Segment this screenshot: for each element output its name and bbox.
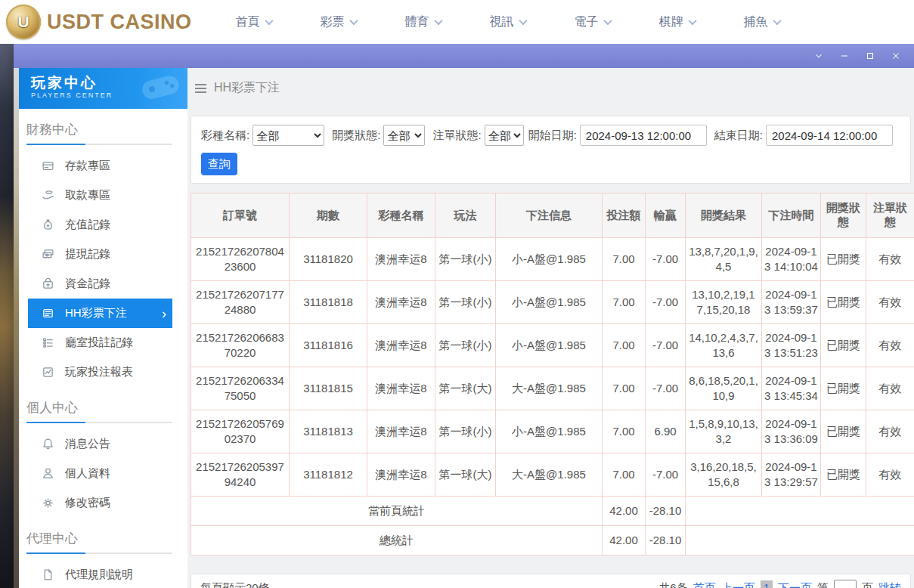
current-page-badge[interactable]: 1: [761, 580, 773, 588]
nav-item-label: 彩票: [321, 14, 345, 30]
nav-item[interactable]: 首頁: [236, 14, 272, 30]
table-cell: 澳洲幸运8: [367, 367, 435, 410]
search-button[interactable]: 查詢: [201, 153, 237, 175]
nav-item[interactable]: 棋牌: [659, 14, 696, 30]
window-collapse-button[interactable]: [813, 50, 825, 62]
bell-icon: [42, 438, 54, 450]
sidebar-header: 玩家中心 PLAYERS CENTER: [19, 68, 187, 109]
sidebar-item-label: 代理規則說明: [65, 568, 133, 582]
table-cell: -7.00: [646, 238, 686, 281]
table-cell: -7.00: [646, 281, 686, 324]
filter-panel: 彩種名稱: 全部 開獎狀態: 全部 注單狀態: 全部 開始日期: 結束日期:: [191, 116, 911, 184]
sidebar-item-label: 取款專區: [65, 188, 110, 203]
table-cell: 2152172620633475050: [191, 367, 290, 410]
table-cell: 有效: [866, 410, 914, 453]
summary-cell: 42.00: [603, 497, 646, 526]
table-cell: 31181818: [290, 281, 367, 324]
page-title: HH彩票下注: [214, 80, 280, 96]
order-status-label: 注單狀態:: [432, 128, 481, 143]
table-cell: 13,10,2,19,17,15,20,18: [686, 281, 762, 324]
nav-item[interactable]: 體育: [405, 14, 442, 30]
table-cell: 小-A盤@1.985: [496, 238, 603, 281]
sidebar-item-user[interactable]: 個人資料: [28, 459, 172, 488]
column-header: 期數: [290, 193, 367, 238]
start-date-input[interactable]: [580, 125, 707, 146]
sidebar-item-document[interactable]: 代理規則說明: [28, 560, 172, 588]
sidebar-item-gear[interactable]: 修改密碼: [28, 488, 172, 518]
report-chart-icon: [42, 366, 54, 379]
column-header: 注單狀態: [866, 193, 914, 238]
table-cell: 有效: [866, 367, 914, 410]
window-close-button[interactable]: [890, 50, 902, 62]
window-minimize-button[interactable]: [838, 50, 850, 62]
end-date-label: 結束日期:: [714, 128, 763, 143]
table-row: 215217262057690237031181813澳洲幸运8第一球(小)小-…: [191, 410, 914, 453]
nav-item[interactable]: 電子: [575, 14, 611, 30]
table-cell: 小-A盤@1.985: [496, 410, 603, 453]
nav-item-label: 首頁: [236, 14, 260, 30]
sidebar-item-bell[interactable]: 消息公告: [28, 429, 172, 459]
chevron-down-icon: [688, 17, 696, 25]
table-cell: 31181812: [290, 453, 367, 497]
page-jump-input[interactable]: [834, 580, 857, 588]
sidebar-item-label: 廳室投註記錄: [65, 336, 133, 350]
site-top-nav: U USDT CASINO 首頁彩票體育視訊電子棋牌捕魚: [0, 0, 914, 44]
sidebar-item-lottery-card[interactable]: HH彩票下注›: [28, 299, 172, 328]
jump-link[interactable]: 跳转: [878, 581, 901, 588]
sidebar-item-funds[interactable]: 資金記錄: [28, 269, 172, 299]
nav-item-label: 捕魚: [744, 14, 768, 30]
window-maximize-button[interactable]: [864, 50, 876, 62]
gamepad-decoration-icon: [136, 68, 184, 106]
brand[interactable]: U USDT CASINO: [0, 5, 192, 39]
table-cell: 已開獎: [821, 453, 866, 497]
table-cell: 有效: [866, 281, 914, 324]
lottery-name-select[interactable]: 全部: [253, 125, 324, 146]
table-cell: 第一球(小): [435, 238, 496, 281]
minimize-icon: [839, 51, 850, 61]
sidebar-item-banknotes[interactable]: 提現記錄: [28, 240, 172, 269]
chevron-down-icon: [603, 17, 612, 25]
close-icon: [891, 51, 901, 61]
table-cell: 澳洲幸运8: [367, 453, 435, 497]
column-header: 開獎狀態: [821, 193, 866, 238]
sidebar-item-report-chart[interactable]: 玩家投注報表: [28, 357, 172, 387]
sidebar: 玩家中心 PLAYERS CENTER 財務中心存款專區取款專區充值記錄提現記錄…: [19, 68, 187, 588]
hamburger-icon[interactable]: [195, 84, 206, 93]
sidebar-item-withdraw-hand[interactable]: 取款專區: [28, 181, 172, 210]
column-header: 下注時間: [762, 193, 821, 238]
start-date-label: 開始日期:: [528, 128, 577, 143]
table-cell: 7.00: [603, 238, 646, 281]
summary-row: 總統計42.00-28.10: [191, 526, 914, 556]
window-titlebar: [14, 44, 914, 68]
sidebar-item-deposit-card[interactable]: 存款專區: [28, 151, 172, 181]
deposit-card-icon: [42, 159, 54, 172]
summary-cell: -28.10: [646, 526, 686, 556]
table-header-row: 訂單號期數彩種名稱玩法下注信息投注額輸贏開獎結果下注時間開獎狀態注單狀態: [191, 193, 914, 238]
draw-status-select[interactable]: 全部: [383, 125, 425, 146]
table-cell: 已開獎: [821, 238, 866, 281]
withdraw-hand-icon: [42, 189, 54, 202]
sidebar-item-hall-list[interactable]: 廳室投註記錄: [28, 328, 172, 357]
sidebar-item-money-bag[interactable]: 充值記錄: [28, 210, 172, 240]
nav-item-label: 體育: [405, 14, 429, 30]
table-cell: 7.00: [603, 453, 646, 497]
table-cell: 7.00: [603, 324, 646, 367]
nav-item[interactable]: 彩票: [321, 14, 357, 30]
table-cell: -7.00: [646, 324, 686, 367]
prev-page-link[interactable]: 上一页: [721, 581, 755, 588]
table-cell: 第一球(小): [435, 324, 496, 367]
section-divider: [26, 144, 172, 145]
order-status-select[interactable]: 全部: [485, 125, 524, 146]
table-cell: 澳洲幸运8: [367, 281, 435, 324]
table-cell: 2024-09-13 14:10:04: [762, 238, 821, 281]
column-header: 輸贏: [646, 193, 686, 238]
nav-item[interactable]: 視訊: [490, 14, 526, 30]
first-page-link[interactable]: 首页: [693, 581, 716, 588]
nav-item[interactable]: 捕魚: [744, 14, 780, 30]
main-content: HH彩票下注 彩種名稱: 全部 開獎狀態: 全部 注單狀態: 全部: [187, 68, 914, 588]
jump-label-after: 页: [862, 581, 873, 588]
end-date-input[interactable]: [766, 125, 893, 146]
pager: 共6条 首页 上一页 1 下一页 第 页 跳转: [658, 580, 901, 588]
next-page-link[interactable]: 下一页: [778, 581, 812, 588]
table-cell: 1,5,8,9,10,13,3,2: [686, 410, 762, 453]
